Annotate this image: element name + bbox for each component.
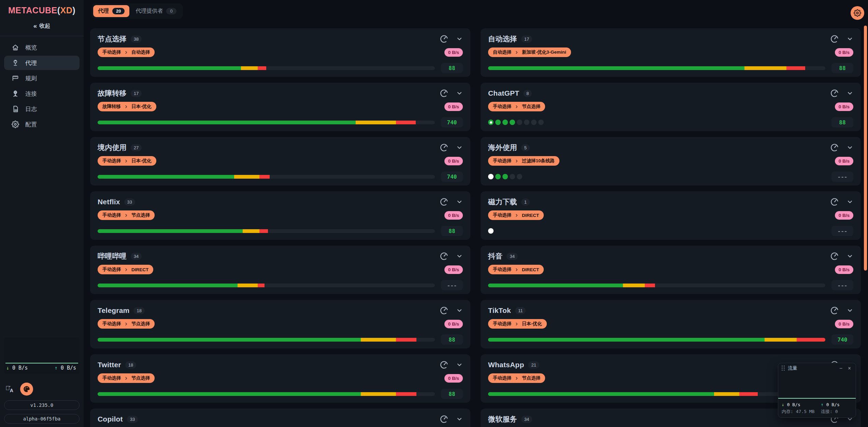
selected-proxy-badge[interactable]: 手动选择 节点选择 — [98, 319, 155, 329]
chevron-down-icon — [846, 144, 853, 151]
expand-group-button[interactable] — [456, 307, 463, 314]
selected-proxy-badge[interactable]: 手动选择 节点选择 — [488, 102, 545, 111]
selected-proxy-badge[interactable]: 手动选择 DIRECT — [488, 210, 544, 220]
selected-proxy-badge[interactable]: 手动选择 日本-优化 — [488, 319, 547, 329]
node-dot[interactable] — [495, 174, 501, 179]
expand-group-button[interactable] — [846, 144, 853, 151]
node-dot[interactable] — [495, 120, 501, 125]
sidebar-item-rules[interactable]: 规则 — [4, 71, 80, 85]
node-dot[interactable] — [538, 120, 544, 125]
build-hash-button[interactable]: alpha-06f5fba — [4, 414, 80, 424]
sidebar-item-overview[interactable]: 概览 — [4, 40, 80, 55]
speed-badge: 0 B/s — [444, 374, 463, 383]
theme-palette-button[interactable] — [20, 383, 33, 396]
drag-handle-icon[interactable] — [782, 366, 785, 371]
group-title: Netflix — [98, 198, 120, 206]
chevron-right-icon — [124, 214, 128, 217]
group-node-count: 33 — [124, 198, 135, 206]
expand-group-button[interactable] — [456, 253, 463, 260]
latency-test-button[interactable] — [440, 35, 449, 43]
expand-group-button[interactable] — [846, 307, 853, 314]
expand-group-button[interactable] — [846, 198, 853, 205]
selected-proxy-badge[interactable]: 故障转移 日本-优化 — [98, 102, 156, 111]
expand-group-button[interactable] — [456, 144, 463, 151]
expand-group-button[interactable] — [456, 361, 463, 368]
latency-distribution-bar — [488, 392, 825, 396]
tab-proxy-providers[interactable]: 代理提供者 0 — [131, 5, 181, 17]
expand-group-button[interactable] — [456, 198, 463, 205]
latency-test-button[interactable] — [830, 197, 839, 206]
node-dot[interactable] — [517, 120, 522, 125]
speedometer-icon — [440, 35, 449, 43]
language-toggle-button[interactable]: 文̇A — [5, 385, 13, 393]
speedometer-icon — [440, 252, 449, 261]
expand-group-button[interactable] — [456, 36, 463, 42]
collapse-sidebar-button[interactable]: « 收起 — [22, 21, 62, 31]
node-dot[interactable] — [502, 120, 508, 125]
proxy-group-card: 自动选择 17 自动选择 新加坡-优化3-Gemini 0 B/s — [481, 28, 861, 77]
close-icon[interactable]: × — [846, 365, 852, 372]
sidebar-item-logs[interactable]: 日志 — [4, 102, 80, 116]
node-dot[interactable] — [510, 174, 515, 179]
palette-icon — [23, 385, 30, 393]
selected-proxy-badge[interactable]: 自动选择 新加坡-优化3-Gemini — [488, 47, 571, 57]
latency-test-button[interactable] — [440, 306, 449, 315]
group-title: ChatGPT — [488, 89, 519, 97]
latency-test-button[interactable] — [440, 252, 449, 261]
latency-distribution-bar — [98, 392, 435, 396]
expand-group-button[interactable] — [846, 90, 853, 97]
expand-group-button[interactable] — [456, 416, 463, 423]
sidebar-item-proxies[interactable]: 代理 — [4, 56, 80, 70]
selected-proxy-badge[interactable]: 手动选择 DIRECT — [488, 265, 544, 274]
selected-proxy-badge[interactable]: 手动选择 日本-优化 — [98, 156, 156, 166]
latency-test-button[interactable] — [830, 306, 839, 315]
latency-test-button[interactable] — [440, 89, 449, 98]
selected-proxy-badge[interactable]: 手动选择 节点选择 — [488, 373, 545, 383]
minimize-icon[interactable]: − — [838, 365, 844, 372]
latency-distribution-bar — [488, 66, 825, 70]
panel-upload-speed: ↑ 0 B/s — [821, 402, 840, 407]
group-title: 境内使用 — [98, 143, 127, 152]
speedometer-icon — [830, 197, 839, 206]
node-dot[interactable] — [510, 120, 515, 125]
traffic-panel: 流量 − × ↓ 0 B/s ↑ 0 B/s 内存: 47.5 MB 连接: 0 — [778, 363, 856, 418]
latency-test-button[interactable] — [830, 143, 839, 152]
chevron-right-icon — [124, 159, 128, 163]
selected-proxy-badge[interactable]: 手动选择 自动选择 — [98, 47, 155, 57]
latency-test-button[interactable] — [440, 360, 449, 369]
node-dot[interactable] — [502, 174, 508, 179]
node-dot[interactable] — [524, 120, 529, 125]
node-dot[interactable] — [488, 174, 494, 179]
group-title: Twitter — [98, 361, 121, 369]
expand-group-button[interactable] — [846, 253, 853, 260]
latency-test-button[interactable] — [830, 252, 839, 261]
group-node-count: 21 — [528, 361, 539, 369]
upload-speed: ↑ 0 B/s — [55, 365, 76, 371]
version-button[interactable]: v1.235.0 — [4, 400, 80, 410]
expand-group-button[interactable] — [456, 90, 463, 97]
latency-test-button[interactable] — [440, 143, 449, 152]
bar-segment-yellow — [361, 338, 396, 342]
group-node-count: 11 — [515, 307, 526, 314]
selected-proxy-badge[interactable]: 手动选择 节点选择 — [98, 373, 155, 383]
node-dot[interactable] — [488, 120, 494, 125]
selected-proxy-badge[interactable]: 手动选择 DIRECT — [98, 265, 153, 274]
selected-node-label: 节点选择 — [131, 212, 150, 218]
sidebar-item-connections[interactable]: 连接 — [4, 86, 80, 101]
sidebar-item-config[interactable]: 配置 — [4, 117, 80, 132]
selected-proxy-badge[interactable]: 手动选择 过滤掉10条线路 — [488, 156, 559, 166]
node-dot[interactable] — [517, 174, 522, 179]
latency-test-button[interactable] — [440, 415, 449, 424]
scrollbar-thumb[interactable] — [864, 26, 867, 271]
expand-group-button[interactable] — [846, 36, 853, 42]
tab-proxies[interactable]: 代理 20 — [93, 5, 129, 17]
node-dot[interactable] — [531, 120, 537, 125]
selected-proxy-badge[interactable]: 手动选择 节点选择 — [98, 210, 155, 220]
proxy-icon — [12, 59, 19, 67]
latency-value: 88 — [831, 63, 853, 73]
node-dot[interactable] — [488, 228, 494, 234]
latency-test-button[interactable] — [440, 197, 449, 206]
latency-test-button[interactable] — [830, 35, 839, 43]
latency-test-button[interactable] — [830, 89, 839, 98]
settings-button[interactable] — [851, 6, 864, 20]
